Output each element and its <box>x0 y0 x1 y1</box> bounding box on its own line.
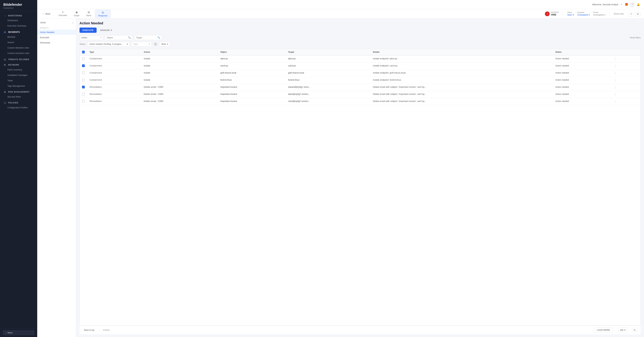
views-item-action-needed[interactable]: Action Needed <box>37 29 76 35</box>
assignee-chevron-icon: ▾ <box>589 14 590 16</box>
row-checkbox-cell: ✓ <box>80 62 87 70</box>
row-menu-btn-2[interactable]: ⋮ <box>613 71 618 75</box>
executive-summary-label: Executive Summary <box>8 25 26 27</box>
response-tab-icon: ◎ <box>102 11 104 14</box>
nav-section-incidents[interactable]: ⚠ Incidents <box>0 28 37 34</box>
row-menu-cell-4: ⋮ <box>610 84 640 91</box>
sidebar-item-security-risks[interactable]: Security Risks <box>0 94 37 99</box>
object-filter[interactable]: 🔍 <box>105 35 132 40</box>
sidebar-item-executive-summary[interactable]: Executive Summary <box>0 23 37 28</box>
nav-section-threats[interactable]: ◎ Threats Xplorer <box>0 56 37 62</box>
back-button[interactable]: ← Back <box>40 11 52 16</box>
incident-meta: ! INCIDENT #956 Status Open ▾ Assignee <box>545 11 640 16</box>
content-area: VIEWS ‹ DEFAULTS Action Needed Executed … <box>37 18 644 337</box>
refresh-button[interactable]: ↻ <box>632 328 637 333</box>
table-row: Containment Isolate alice-pc alice-pc Is… <box>80 55 640 62</box>
sidebar-logo: Bitdefender GravityZone <box>0 0 37 11</box>
row-object-3: foxtrot-linux <box>218 77 286 84</box>
row-menu-btn-0[interactable]: ⋮ <box>613 57 618 61</box>
nav-section-network[interactable]: ⊕ Network <box>0 62 37 67</box>
sidebar-item-search[interactable]: Search <box>0 40 37 45</box>
row-action-0: Isolate <box>142 55 218 62</box>
settings-icon-btn[interactable]: ⊟ <box>635 11 640 16</box>
col-object: Object <box>218 49 286 55</box>
nav-section-monitoring[interactable]: ○ Monitoring <box>0 12 37 18</box>
type-filter[interactable]: Type ▾ <box>132 42 152 46</box>
row-checkbox-cell: ✓ <box>80 84 87 91</box>
status-value[interactable]: Open ▾ <box>567 14 574 16</box>
more-filter-button[interactable]: More ▾ <box>159 42 170 46</box>
row-menu-btn-1[interactable]: ⋮ <box>613 64 618 68</box>
row-details-3: Isolate endpoint: foxtrot-linux. <box>371 77 553 84</box>
row-details-2: Isolate endpoint: golf-macos.local. <box>371 70 553 77</box>
execute-button[interactable]: EXECUTE <box>80 27 96 33</box>
sidebar-bottom: ↓ More <box>0 328 37 337</box>
row-checkbox-4[interactable]: ✓ <box>82 86 85 88</box>
sidebar-item-profiles[interactable]: Configuration Profiles <box>0 105 37 110</box>
per-page-selector[interactable]: 100 ▾ <box>618 328 628 333</box>
target-filter[interactable]: 🔍 <box>134 35 162 40</box>
load-more-button[interactable]: LOAD MORE <box>594 327 613 333</box>
sidebar-item-tasks[interactable]: Tasks <box>0 78 37 83</box>
row-status-0: Action needed <box>553 55 610 62</box>
tab-overview[interactable]: ≡ Overview <box>56 10 70 18</box>
tab-graph[interactable]: ◉ Graph <box>71 10 82 18</box>
row-menu-btn-3[interactable]: ⋮ <box>613 78 618 82</box>
row-checkbox-0[interactable] <box>82 57 85 60</box>
tab-response[interactable]: ◎ Response <box>95 10 111 18</box>
incident-info: INCIDENT #956 <box>551 11 559 16</box>
help-icon[interactable]: ? <box>630 3 634 6</box>
views-item-executed[interactable]: Executed <box>37 35 76 40</box>
row-menu-btn-4[interactable]: ⋮ <box>613 85 618 89</box>
assignee-value[interactable]: Unassigned ▾ <box>577 14 590 16</box>
object-filter-input[interactable] <box>107 36 127 39</box>
sidebar-navigation: ○ Monitoring Dashboard Executive Summary… <box>0 11 37 328</box>
row-checkbox-6[interactable] <box>82 100 85 103</box>
incident-number: #956 <box>551 13 559 16</box>
tab-alerts[interactable]: ⊞ Alerts <box>83 10 94 18</box>
priority-meta-label: Priority <box>593 11 606 13</box>
reset-filters-link[interactable]: Reset filters <box>630 36 640 39</box>
filter-icon-btn[interactable]: ▽ <box>628 11 634 16</box>
filter-icon: ▽ <box>630 12 632 15</box>
reset-view-link[interactable]: Reset view <box>614 13 624 15</box>
views-collapse-icon[interactable]: ‹ <box>72 21 73 24</box>
action-filter[interactable]: Action ▾ <box>80 35 103 40</box>
row-object-1: carol-pc <box>218 62 286 70</box>
sidebar-item-installation-packages[interactable]: Installation Packages <box>0 72 37 78</box>
assignee-meta-label: Assignee <box>577 11 590 13</box>
sidebar-item-dashboard[interactable]: Dashboard <box>0 18 37 23</box>
row-menu-btn-6[interactable]: ⋮ <box>613 100 618 103</box>
row-checkbox-1[interactable]: ✓ <box>82 64 85 67</box>
nav-section-policies[interactable]: ◻ Policies <box>0 99 37 105</box>
more-filter-chevron: ▾ <box>167 43 168 45</box>
manage-button[interactable]: MANAGE ▾ <box>98 27 114 33</box>
status-meta-label: Status <box>567 11 574 13</box>
more-button[interactable]: ↓ More <box>3 330 34 335</box>
back-to-top-link[interactable]: Back to top <box>83 328 96 332</box>
sidebar-item-tags-management[interactable]: Tags Management <box>0 83 37 89</box>
nav-section-risk[interactable]: ◈ Risk Management <box>0 89 37 94</box>
sidebar-item-custom-detection[interactable]: Custom detection rules <box>0 45 37 50</box>
status-filter[interactable]: Action needed, Pending, In progres... ▾ <box>88 42 130 46</box>
col-target: Target <box>286 49 370 55</box>
tags-management-label: Tags Management <box>8 85 25 87</box>
views-item-dismissed[interactable]: Dismissed <box>37 40 76 45</box>
row-checkbox-2[interactable] <box>82 71 85 74</box>
row-menu-cell-6: ⋮ <box>610 98 640 105</box>
bell-icon[interactable]: 🔔 <box>636 3 640 6</box>
gift-icon[interactable]: 🎁 <box>625 3 628 6</box>
clear-type-filter-button[interactable]: ✕ <box>154 42 158 46</box>
row-checkbox-3[interactable] <box>82 79 85 81</box>
select-all-checkbox[interactable]: — <box>82 51 85 53</box>
row-menu-btn-5[interactable]: ⋮ <box>613 93 618 96</box>
target-filter-input[interactable] <box>136 36 156 39</box>
sidebar-item-blocklist[interactable]: Blocklist <box>0 34 37 40</box>
page-title: Action Needed <box>80 21 640 25</box>
sidebar-item-patch-inventory[interactable]: Patch Inventory <box>0 67 37 72</box>
priority-value[interactable]: Unassigned ▾ <box>593 14 606 16</box>
sidebar-item-custom-exclusion[interactable]: Custom exclusion rules <box>0 50 37 56</box>
row-details-1: Isolate endpoint: carol-pc. <box>371 62 553 70</box>
incident-label: INCIDENT <box>551 11 559 13</box>
row-checkbox-5[interactable] <box>82 93 85 95</box>
